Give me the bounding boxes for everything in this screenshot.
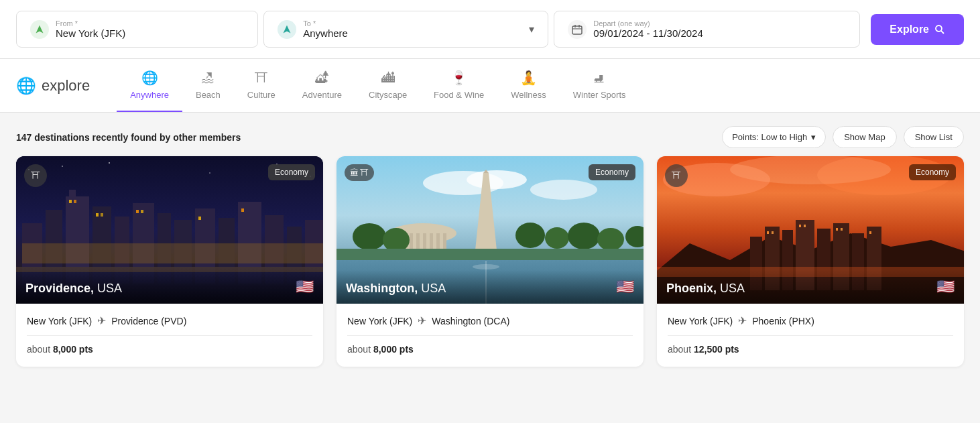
- type-icon-1: 🏛: [350, 168, 359, 178]
- route-to-providence: Providence (PVD): [111, 316, 186, 326]
- card-type-icon-providence: ⛩: [24, 164, 47, 187]
- nav-item-anywhere[interactable]: 🌐 Anywhere: [117, 59, 182, 112]
- svg-rect-85: [841, 228, 843, 231]
- beach-icon: 🏖: [201, 70, 215, 86]
- results-count: 147 destinations recently found by other…: [16, 132, 241, 143]
- svg-point-61: [597, 228, 624, 251]
- nav-item-adventure[interactable]: 🏕 Adventure: [289, 60, 355, 112]
- culture-icon: ⛩: [255, 70, 268, 86]
- cityscape-icon: 🏙: [381, 70, 395, 86]
- food-wine-label: Food & Wine: [434, 90, 484, 100]
- search-icon: [934, 24, 945, 35]
- brand-text: explore: [42, 77, 90, 95]
- svg-point-6: [936, 25, 942, 32]
- to-field[interactable]: To * Anywhere ▾: [263, 11, 548, 48]
- flag-washington: 🇺🇸: [616, 278, 634, 296]
- points-value-phoenix: 12,500 pts: [694, 344, 739, 355]
- explore-button[interactable]: Explore: [871, 14, 964, 45]
- svg-marker-0: [36, 25, 44, 34]
- svg-point-12: [209, 172, 210, 174]
- card-type-icon-phoenix: ⛩: [665, 164, 688, 187]
- from-field[interactable]: From * New York (JFK): [16, 11, 258, 48]
- card-providence[interactable]: ⛩ Economy Providence, USA 🇺🇸 New York (J…: [16, 156, 323, 367]
- card-phoenix[interactable]: ⛩ Economy Phoenix, USA 🇺🇸 New York (JFK)…: [657, 156, 964, 367]
- svg-point-58: [515, 223, 545, 248]
- card-badge-providence: Economy: [268, 164, 315, 180]
- card-dest-phoenix: Phoenix, USA 🇺🇸: [657, 270, 964, 304]
- svg-rect-33: [96, 213, 99, 217]
- from-label: From *: [56, 19, 125, 27]
- card-dest-providence: Providence, USA 🇺🇸: [16, 270, 323, 304]
- svg-rect-37: [198, 217, 201, 220]
- to-value: Anywhere: [303, 27, 348, 39]
- svg-point-56: [353, 223, 386, 250]
- route-arrow-icon: ✈: [97, 314, 106, 327]
- cards-grid: ⛩ Economy Providence, USA 🇺🇸 New York (J…: [0, 156, 980, 383]
- svg-rect-30: [22, 243, 323, 263]
- nav-categories: 🌐 Anywhere 🏖 Beach ⛩ Culture 🏕 Adventure…: [117, 59, 964, 112]
- brand-icon: 🌐: [16, 76, 36, 95]
- to-label: To *: [303, 19, 348, 27]
- winter-sports-label: Winter Sports: [573, 90, 626, 100]
- show-map-button[interactable]: Show Map: [833, 126, 896, 148]
- nav-item-cityscape[interactable]: 🏙 Cityscape: [355, 60, 420, 112]
- show-list-button[interactable]: Show List: [904, 126, 964, 148]
- svg-rect-34: [101, 213, 103, 217]
- svg-rect-32: [74, 200, 76, 203]
- brand: 🌐 explore: [16, 63, 90, 109]
- from-icon: [30, 20, 49, 39]
- show-map-label: Show Map: [844, 132, 885, 142]
- to-icon: [278, 20, 296, 39]
- sort-button[interactable]: Points: Low to High ▾: [722, 126, 826, 148]
- dest-name-washington: Washington, USA: [346, 282, 446, 296]
- winter-sports-icon: ⛸: [593, 70, 606, 86]
- results-bar: 147 destinations recently found by other…: [0, 113, 980, 156]
- svg-point-60: [568, 223, 600, 249]
- beach-label: Beach: [196, 90, 221, 100]
- from-text: From * New York (JFK): [56, 19, 125, 39]
- card-dest-washington: Washington, USA 🇺🇸: [336, 270, 644, 304]
- svg-rect-84: [836, 228, 838, 231]
- svg-rect-31: [69, 200, 72, 203]
- svg-point-44: [530, 180, 597, 200]
- card-body-washington: New York (JFK) ✈ Washington (DCA) about …: [336, 304, 644, 367]
- svg-rect-81: [772, 231, 774, 234]
- card-type-icon-washington: 🏛 ⛩: [345, 164, 374, 181]
- nav-item-beach[interactable]: 🏖 Beach: [182, 60, 234, 112]
- svg-point-59: [545, 227, 569, 249]
- card-body-phoenix: New York (JFK) ✈ Phoenix (PHX) about 12,…: [657, 304, 964, 367]
- show-list-label: Show List: [915, 132, 953, 142]
- depart-value: 09/01/2024 - 11/30/2024: [593, 27, 702, 39]
- svg-point-70: [730, 156, 891, 184]
- card-washington[interactable]: 🏛 ⛩ Economy Washington, USA 🇺🇸 New York …: [336, 156, 644, 367]
- sort-label: Points: Low to High: [732, 132, 807, 142]
- nav-bar: 🌐 explore 🌐 Anywhere 🏖 Beach ⛩ Culture 🏕…: [0, 59, 980, 113]
- anywhere-label: Anywhere: [130, 90, 169, 100]
- route-washington: New York (JFK) ✈ Washington (DCA): [347, 314, 633, 336]
- card-image-washington: 🏛 ⛩ Economy Washington, USA 🇺🇸: [336, 156, 644, 304]
- card-badge-washington: Economy: [589, 164, 635, 180]
- flag-phoenix: 🇺🇸: [936, 278, 955, 296]
- route-arrow-icon-3: ✈: [738, 314, 747, 327]
- nav-item-food-wine[interactable]: 🍷 Food & Wine: [420, 59, 497, 112]
- route-from-phoenix: New York (JFK): [668, 316, 733, 326]
- svg-rect-35: [136, 210, 139, 213]
- type-icon-2: ⛩: [360, 168, 369, 178]
- date-field[interactable]: Depart (one way) 09/01/2024 - 11/30/2024: [554, 11, 860, 48]
- route-providence: New York (JFK) ✈ Providence (PVD): [27, 314, 312, 336]
- flag-providence: 🇺🇸: [296, 278, 314, 296]
- svg-rect-86: [869, 231, 871, 234]
- svg-point-43: [467, 170, 527, 189]
- route-from-providence: New York (JFK): [27, 316, 92, 326]
- nav-item-culture[interactable]: ⛩ Culture: [234, 60, 289, 112]
- nav-item-winter-sports[interactable]: ⛸ Winter Sports: [560, 60, 639, 112]
- svg-point-10: [62, 166, 63, 167]
- results-actions: Points: Low to High ▾ Show Map Show List: [722, 126, 964, 148]
- from-value: New York (JFK): [56, 27, 125, 39]
- card-image-providence: ⛩ Economy Providence, USA 🇺🇸: [16, 156, 323, 304]
- date-text: Depart (one way) 09/01/2024 - 11/30/2024: [593, 19, 702, 39]
- nav-item-wellness[interactable]: 🧘 Wellness: [497, 59, 560, 112]
- svg-rect-38: [241, 208, 244, 212]
- explore-label: Explore: [890, 23, 929, 36]
- card-image-phoenix: ⛩ Economy Phoenix, USA 🇺🇸: [657, 156, 964, 304]
